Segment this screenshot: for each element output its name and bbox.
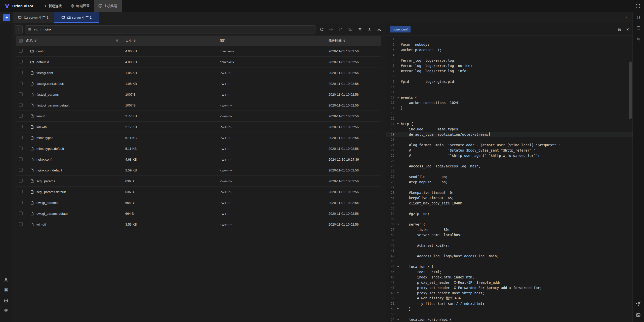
- column-header-size[interactable]: 大小: [125, 39, 220, 43]
- code-line[interactable]: 11: [386, 89, 632, 95]
- file-row[interactable]: fastcgi_params 1007 B -rw-r--r-- 2020-11…: [16, 89, 381, 100]
- file-row[interactable]: default.d 4.00 KB drwxr-xr-x 2020-11-01 …: [16, 57, 381, 67]
- preview-eye-icon[interactable]: [328, 26, 335, 33]
- sort-icon[interactable]: [34, 40, 36, 42]
- code-line[interactable]: 31 keepalive_timeout 65;: [386, 195, 632, 200]
- close-terminal-icon[interactable]: ×: [625, 15, 627, 20]
- code-line[interactable]: 19 default_type application/octet-stream…: [386, 132, 632, 137]
- code-line[interactable]: 7#error_log logs/error.log info;: [386, 68, 632, 74]
- code-line[interactable]: 25 #access_log logs/access.log main;: [386, 163, 632, 169]
- code-line[interactable]: 2#user nobody;: [386, 42, 632, 47]
- code-line[interactable]: 33: [386, 206, 632, 211]
- code-line[interactable]: 14}: [386, 105, 632, 111]
- file-row[interactable]: nginx.conf.default 2.59 KB -rw-r--r-- 20…: [16, 165, 381, 176]
- row-checkbox[interactable]: [19, 222, 23, 226]
- screenshot-image-icon[interactable]: [636, 313, 641, 317]
- fold-chevron-icon[interactable]: [395, 122, 401, 125]
- send-icon[interactable]: [636, 301, 641, 306]
- code-line[interactable]: 23 # '"$http_user_agent" "$http_x_forwar…: [386, 153, 632, 158]
- row-checkbox[interactable]: [19, 147, 23, 150]
- row-checkbox[interactable]: [19, 168, 23, 172]
- file-row[interactable]: nginx.conf 4.68 KB -rw-r--r-- 2024-12-10…: [16, 154, 381, 165]
- code-line[interactable]: 38 server_name localhost;: [386, 232, 632, 237]
- command-icon[interactable]: ⌘: [4, 288, 8, 293]
- code-line[interactable]: 20: [386, 137, 632, 142]
- code-line[interactable]: 3worker_processes 1;: [386, 47, 632, 52]
- refresh-icon[interactable]: [318, 26, 326, 33]
- editor-file-tab[interactable]: nginx.conf: [390, 26, 411, 32]
- file-row[interactable]: scgi_params.default 636 B -rw-r--r-- 202…: [16, 187, 381, 197]
- settings-gear-icon[interactable]: [4, 308, 8, 313]
- code-line[interactable]: 37 listen 80;: [386, 227, 632, 232]
- row-checkbox[interactable]: [19, 125, 23, 128]
- code-line[interactable]: 5#error_log logs/error.log;: [386, 58, 632, 63]
- sort-icon[interactable]: [343, 40, 345, 42]
- code-line[interactable]: 17http {: [386, 121, 632, 126]
- row-checkbox[interactable]: [19, 114, 23, 118]
- row-checkbox[interactable]: [19, 103, 23, 107]
- editor-close-icon[interactable]: ×: [626, 27, 629, 32]
- column-header-attr[interactable]: 属性: [220, 39, 329, 43]
- code-line[interactable]: 8: [386, 74, 632, 79]
- code-line[interactable]: 54 location /orion/api {: [386, 317, 632, 322]
- file-row[interactable]: uwsgi_params.default 664 B -rw-r--r-- 20…: [16, 208, 381, 219]
- theme-icon[interactable]: [4, 298, 8, 303]
- code-line[interactable]: 45 root html;: [386, 269, 632, 274]
- add-tab-button[interactable]: +: [3, 14, 10, 21]
- code-line[interactable]: 12events {: [386, 95, 632, 100]
- editor-scrollbar-thumb[interactable]: [629, 61, 632, 119]
- braces-json-icon[interactable]: {}: [636, 15, 640, 19]
- fold-chevron-icon[interactable]: [395, 96, 401, 99]
- code-line[interactable]: 43: [386, 259, 632, 264]
- menu-terminal-settings[interactable]: 终端设置: [66, 0, 94, 12]
- row-checkbox[interactable]: [19, 60, 23, 63]
- file-row[interactable]: mime.types.default 5.11 KB -rw-r--r-- 20…: [16, 143, 381, 154]
- row-checkbox[interactable]: [19, 49, 23, 53]
- code-line[interactable]: 1: [386, 37, 632, 42]
- swap-vertical-icon[interactable]: [636, 37, 641, 41]
- code-line[interactable]: 53: [386, 311, 632, 317]
- fold-chevron-icon[interactable]: [395, 265, 401, 268]
- code-line[interactable]: 36 server {: [386, 222, 632, 227]
- row-checkbox[interactable]: [19, 179, 23, 183]
- code-line[interactable]: 6#error_log logs/error.log notice;: [386, 63, 632, 68]
- code-line[interactable]: 32 client_max_body_size 1048m;: [386, 200, 632, 206]
- tab-server-2[interactable]: (2) server-生产-1: [54, 12, 100, 23]
- menu-host-terminal[interactable]: 主机终端: [94, 0, 122, 12]
- code-line[interactable]: 46 index index.html index.htm;: [386, 274, 632, 280]
- breadcrumb[interactable]: etc / nginx: [25, 25, 315, 33]
- file-row[interactable]: uwsgi_params 664 B -rw-r--r-- 2020-11-01…: [16, 197, 381, 208]
- code-line[interactable]: 34 #gzip on;: [386, 211, 632, 216]
- code-line[interactable]: 24: [386, 158, 632, 163]
- code-line[interactable]: 10: [386, 84, 632, 89]
- clipboard-icon[interactable]: [636, 26, 641, 30]
- row-checkbox[interactable]: [19, 82, 23, 85]
- code-line[interactable]: 28 #tcp_nopush on;: [386, 179, 632, 185]
- filter-icon[interactable]: [115, 39, 119, 43]
- select-all-checkbox[interactable]: [19, 39, 23, 43]
- code-line[interactable]: 52 }: [386, 306, 632, 311]
- file-row[interactable]: fastcgi_params.default 1007 B -rw-r--r--…: [16, 100, 381, 111]
- file-row[interactable]: koi-utf 2.77 KB -rw-r--r-- 2020-11-01 10…: [16, 111, 381, 122]
- row-checkbox[interactable]: [19, 201, 23, 204]
- code-line[interactable]: 18 include mime.types;: [386, 126, 632, 132]
- code-line[interactable]: 30 #keepalive_timeout 0;: [386, 190, 632, 195]
- row-checkbox[interactable]: [19, 71, 23, 74]
- fold-chevron-icon[interactable]: [395, 223, 401, 226]
- code-line[interactable]: 26: [386, 169, 632, 174]
- row-checkbox[interactable]: [19, 92, 23, 96]
- code-line[interactable]: 48 proxy_set_header X-Forwarded-For $pro…: [386, 285, 632, 290]
- user-icon[interactable]: [4, 277, 8, 282]
- file-row[interactable]: fastcgi.conf 1.05 KB -rw-r--r-- 2020-11-…: [16, 67, 381, 78]
- new-folder-icon[interactable]: [347, 26, 354, 33]
- code-editor[interactable]: 12#user nobody;3worker_processes 1;45#er…: [386, 36, 632, 322]
- code-line[interactable]: 50 # web history 模式 404: [386, 296, 632, 301]
- breadcrumb-segment-nginx[interactable]: nginx: [44, 27, 51, 31]
- upload-icon[interactable]: [366, 26, 373, 33]
- code-line[interactable]: 41: [386, 248, 632, 253]
- fold-chevron-icon[interactable]: [395, 318, 401, 321]
- back-icon[interactable]: [15, 25, 23, 33]
- row-checkbox[interactable]: [19, 211, 23, 215]
- code-line[interactable]: 49 proxy_set_header Host $http_host;: [386, 290, 632, 296]
- row-checkbox[interactable]: [19, 157, 23, 161]
